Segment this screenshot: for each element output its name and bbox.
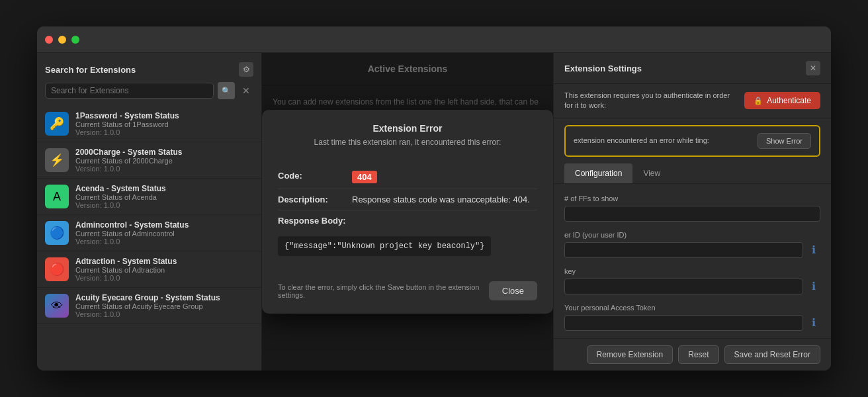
authenticate-label: Authenticate	[767, 96, 811, 105]
ext-name-1password: 1Password - System Status	[75, 111, 253, 120]
sidebar: Search for Extensions ⚙ 🔍 ✕ 🔑 1Password …	[37, 53, 262, 371]
config-input-row: ℹ	[564, 242, 820, 258]
sidebar-header: Search for Extensions ⚙	[37, 53, 261, 82]
info-icon[interactable]: ℹ	[807, 280, 820, 293]
config-input-row: ℹ	[564, 315, 820, 331]
search-clear-button[interactable]: ✕	[239, 83, 253, 98]
right-panel: Extension Settings ✕ This extension requ…	[553, 53, 831, 371]
extension-error-modal: Extension Error Last time this extension…	[262, 110, 553, 314]
extension-item-acuity[interactable]: 👁 Acuity Eyecare Group - System Status C…	[37, 288, 261, 324]
search-button[interactable]: 🔍	[218, 82, 235, 99]
auth-section: This extension requires you to authentic…	[554, 84, 831, 118]
error-body-value: {"message":"Unknown project key beaconly…	[278, 236, 491, 256]
modal-footer-text: To clear the error, simply click the Sav…	[278, 283, 489, 299]
ext-icon-1password: 🔑	[45, 112, 69, 136]
maximize-traffic-light[interactable]	[71, 36, 79, 44]
config-field-label: # of FFs to show	[564, 195, 820, 202]
extension-item-admincontrol[interactable]: 🔵 Admincontrol - System Status Current S…	[37, 215, 261, 251]
modal-header: Extension Error Last time this extension…	[262, 110, 553, 155]
main-content: Search for Extensions ⚙ 🔍 ✕ 🔑 1Password …	[37, 53, 831, 371]
close-traffic-light[interactable]	[45, 36, 53, 44]
extension-item-adtraction[interactable]: 🔴 Adtraction - System Status Current Sta…	[37, 251, 261, 288]
search-bar: 🔍 ✕	[37, 82, 261, 106]
config-field-input[interactable]	[564, 279, 803, 294]
modal-overlay: Extension Error Last time this extension…	[262, 53, 553, 371]
ext-info-adtraction: Adtraction - System Status Current Statu…	[75, 257, 253, 282]
error-notice-section: extension encountered an error while tin…	[564, 125, 820, 157]
error-body-row: Response Body: {"message":"Unknown proje…	[278, 210, 537, 261]
minimize-traffic-light[interactable]	[58, 36, 66, 44]
config-field-input[interactable]	[564, 315, 803, 331]
right-panel-footer: Remove Extension Reset Save and Reset Er…	[554, 338, 831, 371]
ext-icon-admincontrol: 🔵	[45, 221, 69, 245]
ext-info-2000charge: 2000Charge - System Status Current Statu…	[75, 148, 253, 173]
tab-view[interactable]: View	[632, 163, 671, 183]
modal-subtitle: Last time this extension ran, it encount…	[278, 138, 537, 147]
error-body-label: Response Body:	[278, 216, 346, 226]
ext-subtitle-adtraction: Current Status of Adtraction	[75, 266, 253, 274]
error-notice-text: extension encountered an error while tin…	[574, 136, 752, 146]
extension-item-2000charge[interactable]: ⚡ 2000Charge - System Status Current Sta…	[37, 142, 261, 179]
config-field-input[interactable]	[564, 242, 803, 258]
ext-name-acenda: Acenda - System Status	[75, 184, 253, 193]
config-input-row	[564, 206, 820, 222]
ext-icon-acenda: A	[45, 185, 69, 208]
ext-version-adtraction: Version: 1.0.0	[75, 274, 253, 282]
ext-subtitle-2000charge: Current Status of 2000Charge	[75, 157, 253, 165]
ext-name-adtraction: Adtraction - System Status	[75, 257, 253, 266]
ext-name-2000charge: 2000Charge - System Status	[75, 148, 253, 157]
remove-extension-button[interactable]: Remove Extension	[587, 345, 673, 364]
lock-icon: 🔒	[754, 97, 763, 105]
config-field-input[interactable]	[564, 206, 820, 222]
ext-version-admincontrol: Version: 1.0.0	[75, 238, 253, 245]
app-window: Search for Extensions ⚙ 🔍 ✕ 🔑 1Password …	[37, 26, 831, 371]
reset-button[interactable]: Reset	[678, 345, 718, 364]
config-field-label: er ID (your user ID)	[564, 231, 820, 239]
config-field: key ℹ	[564, 267, 820, 294]
show-error-button[interactable]: Show Error	[758, 133, 811, 149]
config-field-label: key	[564, 267, 820, 275]
ext-icon-adtraction: 🔴	[45, 257, 69, 281]
right-panel-header: Extension Settings ✕	[554, 53, 831, 84]
modal-body: Code: 404 Description: Response status c…	[262, 155, 553, 272]
search-input[interactable]	[51, 86, 208, 95]
ext-version-acenda: Version: 1.0.0	[75, 201, 253, 209]
ext-info-admincontrol: Admincontrol - System Status Current Sta…	[75, 220, 253, 245]
ext-subtitle-acuity: Current Status of Acuity Eyecare Group	[75, 302, 253, 310]
config-input-row: ℹ	[564, 279, 820, 294]
close-modal-button[interactable]: Close	[489, 281, 537, 300]
config-tabs: Configuration View	[554, 163, 831, 184]
config-field: er ID (your user ID) ℹ	[564, 231, 820, 258]
extensions-list: 🔑 1Password - System Status Current Stat…	[37, 106, 261, 371]
ext-subtitle-acenda: Current Status of Acenda	[75, 193, 253, 201]
right-panel-close-button[interactable]: ✕	[806, 61, 820, 75]
ext-info-1password: 1Password - System Status Current Status…	[75, 111, 253, 136]
config-field: Your personal Access Token ℹ	[564, 304, 820, 331]
modal-title: Extension Error	[278, 123, 537, 134]
error-code-badge: 404	[352, 171, 377, 183]
ext-icon-2000charge: ⚡	[45, 148, 69, 172]
ext-name-admincontrol: Admincontrol - System Status	[75, 220, 253, 230]
ext-version-2000charge: Version: 1.0.0	[75, 165, 253, 173]
save-reset-error-button[interactable]: Save and Reset Error	[724, 345, 820, 364]
info-icon[interactable]: ℹ	[807, 316, 820, 330]
ext-info-acenda: Acenda - System Status Current Status of…	[75, 184, 253, 209]
tab-configuration[interactable]: Configuration	[564, 163, 632, 183]
gear-icon[interactable]: ⚙	[239, 62, 253, 77]
ext-version-1password: Version: 1.0.0	[75, 128, 253, 136]
center-panel: Active Extensions You can add new extens…	[262, 53, 553, 371]
extension-item-1password[interactable]: 🔑 1Password - System Status Current Stat…	[37, 106, 261, 142]
search-input-wrapper	[45, 83, 214, 99]
ext-version-acuity: Version: 1.0.0	[75, 310, 253, 318]
ext-icon-acuity: 👁	[45, 294, 69, 318]
authenticate-button[interactable]: 🔒 Authenticate	[744, 92, 820, 109]
ext-subtitle-admincontrol: Current Status of Admincontrol	[75, 230, 253, 238]
error-description-label: Description:	[278, 195, 344, 204]
modal-footer: To clear the error, simply click the Sav…	[262, 272, 553, 314]
info-icon[interactable]: ℹ	[807, 243, 820, 257]
title-bar	[37, 26, 831, 53]
config-field: # of FFs to show	[564, 195, 820, 222]
ext-subtitle-1password: Current Status of 1Password	[75, 120, 253, 128]
error-description-value: Response status code was unacceptable: 4…	[352, 195, 537, 204]
extension-item-acenda[interactable]: A Acenda - System Status Current Status …	[37, 179, 261, 215]
